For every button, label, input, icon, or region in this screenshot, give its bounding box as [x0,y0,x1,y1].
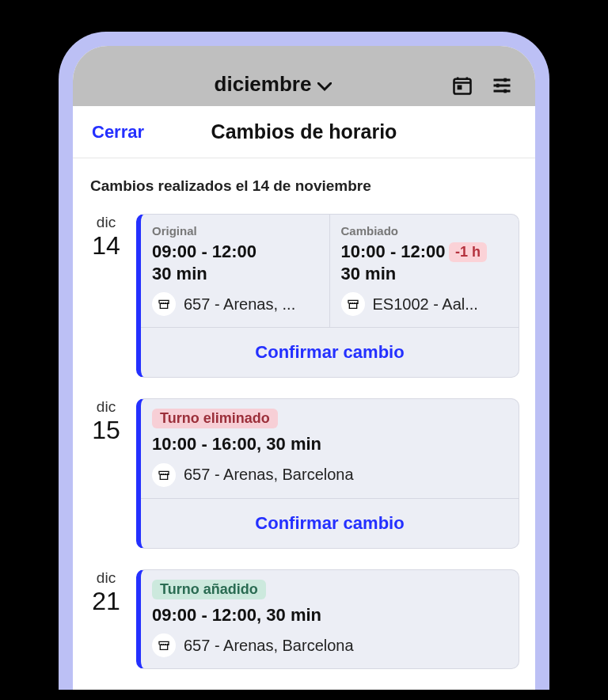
changed-label: Cambiado [341,224,508,238]
location-row: 657 - Arenas, Barcelona [152,633,506,657]
app-header: diciembre [73,46,535,106]
entry-day: 15 [89,417,124,443]
svg-rect-9 [496,84,500,88]
tune-icon[interactable] [491,74,513,97]
entry-date: dic 21 [89,569,124,670]
entry-date: dic 15 [89,398,124,549]
change-card: Turno añadido 09:00 - 12:00, 30 min 657 … [136,569,519,670]
confirm-change-button[interactable]: Confirmar cambio [255,342,404,362]
changed-location-row: ES1002 - Aal... [341,292,508,316]
location-row: 657 - Arenas, Barcelona [152,463,506,487]
shift-added-tag: Turno añadido [152,580,266,599]
confirm-row: Confirmar cambio [141,327,519,377]
svg-rect-8 [504,78,507,82]
modal-header: Cerrar Cambios de horario [73,106,535,158]
card-body: Turno añadido 09:00 - 12:00, 30 min 657 … [141,570,519,669]
change-entry: dic 21 Turno añadido 09:00 - 12:00, 30 m… [89,569,519,670]
store-icon [152,463,176,487]
original-time: 09:00 - 12:00 [152,241,318,263]
entry-month: dic [89,398,124,416]
delta-badge: -1 h [449,242,487,262]
svg-rect-0 [454,79,471,94]
month-selector[interactable]: diciembre [95,72,451,97]
close-button[interactable]: Cerrar [92,122,144,143]
store-icon [152,292,176,316]
changed-location: ES1002 - Aal... [373,295,478,314]
chevron-down-icon [317,78,332,94]
entry-date: dic 14 [89,214,124,378]
change-entry: dic 15 Turno eliminado 10:00 - 16:00, 30… [89,398,519,549]
compare-changes: Original 09:00 - 12:00 30 min 657 - Aren… [141,215,519,327]
svg-rect-2 [458,85,462,89]
location-text: 657 - Arenas, Barcelona [184,466,354,484]
original-location-row: 657 - Arenas, ... [152,292,318,316]
location-text: 657 - Arenas, Barcelona [184,637,354,655]
confirm-change-button[interactable]: Confirmar cambio [255,513,404,533]
original-column: Original 09:00 - 12:00 30 min 657 - Aren… [141,215,330,327]
changed-duration: 30 min [341,263,508,285]
change-card: Turno eliminado 10:00 - 16:00, 30 min 65… [136,398,519,549]
shift-time: 09:00 - 12:00, 30 min [152,604,506,626]
original-label: Original [152,224,318,238]
modal-content: Cambios realizados el 14 de noviembre di… [73,158,535,669]
entry-month: dic [89,569,124,587]
change-card: Original 09:00 - 12:00 30 min 657 - Aren… [136,214,519,378]
schedule-changes-modal: Cerrar Cambios de horario Cambios realiz… [73,106,535,669]
changes-subtitle: Cambios realizados el 14 de noviembre [89,177,519,195]
phone-frame: diciembre Cerrar Cambios de horario [59,32,549,690]
entry-month: dic [89,214,124,231]
month-label: diciembre [215,72,312,97]
original-duration: 30 min [152,263,318,285]
svg-rect-10 [504,89,507,93]
calendar-today-icon[interactable] [451,74,473,97]
changed-column: Cambiado 10:00 - 12:00 -1 h 30 min [330,215,519,327]
original-location: 657 - Arenas, ... [184,295,295,314]
modal-title: Cambios de horario [211,120,397,143]
entry-day: 21 [89,588,124,614]
store-icon [152,633,176,657]
confirm-row: Confirmar cambio [141,498,519,548]
store-icon [341,292,365,316]
changed-time: 10:00 - 12:00 [341,242,446,261]
shift-removed-tag: Turno eliminado [152,409,278,428]
card-body: Turno eliminado 10:00 - 16:00, 30 min 65… [141,399,519,498]
change-entry: dic 14 Original 09:00 - 12:00 30 min [89,214,519,378]
entry-day: 14 [89,233,124,258]
shift-time: 10:00 - 16:00, 30 min [152,433,506,455]
header-icons [451,74,513,97]
phone-inner: diciembre Cerrar Cambios de horario [73,46,535,690]
